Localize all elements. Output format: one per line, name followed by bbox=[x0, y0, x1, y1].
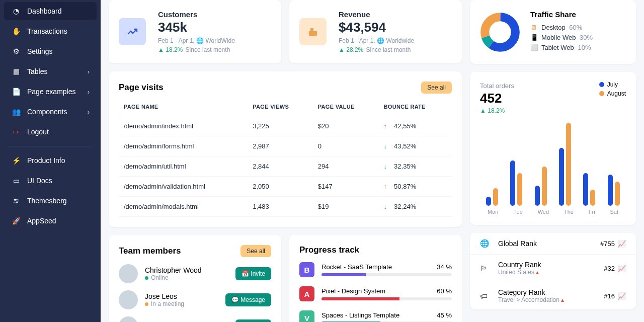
chart-x-labels: MonTueWedThuFriSat bbox=[480, 209, 626, 215]
total-orders-card: Total orders 452 ▲ 18.2% JulyAugust MonT… bbox=[470, 72, 636, 225]
svg-rect-0 bbox=[309, 31, 317, 36]
chevron-right-icon: › bbox=[88, 68, 90, 75]
bar bbox=[542, 167, 547, 206]
bar bbox=[615, 182, 620, 206]
x-label: Thu bbox=[564, 209, 574, 215]
customers-period: Feb 1 - Apr 1, 🌐 WorldWide bbox=[158, 37, 235, 44]
nav-icon: ▦ bbox=[11, 67, 21, 75]
see-all-visits-button[interactable]: See all bbox=[421, 82, 452, 94]
bar bbox=[493, 188, 498, 206]
rank-value: #32 📈 bbox=[604, 265, 626, 272]
project-pct: 34 % bbox=[437, 263, 452, 271]
x-label: Fri bbox=[589, 209, 595, 215]
rank-icon: 🏷 bbox=[480, 292, 490, 300]
progress-item: APixel - Design System60 % bbox=[299, 286, 452, 301]
revenue-value: $43,594 bbox=[339, 20, 414, 35]
customers-value: 345k bbox=[158, 20, 235, 35]
progress-track-card: Progress track BRocket - SaaS Template34… bbox=[289, 235, 462, 322]
sidebar-item-ui-docs[interactable]: ▭UI Docs bbox=[4, 172, 97, 190]
invite-button[interactable]: 📅 Invite bbox=[235, 267, 271, 280]
table-header: BOUNCE RATE bbox=[379, 98, 452, 116]
orders-bar-chart bbox=[480, 120, 626, 206]
chart-legend: JulyAugust bbox=[599, 81, 626, 99]
team-member: Jose LeosIn a meeting💬 Message bbox=[119, 290, 271, 309]
revenue-title: Revenue bbox=[339, 10, 414, 19]
sidebar-item-product-info[interactable]: ⚡Product Info bbox=[4, 151, 97, 170]
team-member: Bonnie Green📅 Invite bbox=[119, 316, 271, 322]
bar-group bbox=[559, 123, 571, 206]
sidebar-item-dashboard[interactable]: ◔Dashboard bbox=[4, 2, 97, 20]
legend-item: August bbox=[599, 90, 626, 97]
revenue-card: Revenue $43,594 Feb 1 - Apr 1, 🌐 Worldwi… bbox=[289, 0, 462, 63]
revenue-period: Feb 1 - Apr 1, 🌐 Worldwide bbox=[339, 37, 414, 44]
rank-row[interactable]: 🏳Country RankUnited States ▴#32 📈 bbox=[470, 255, 636, 282]
traffic-item: 📱Mobile Web 30% bbox=[530, 34, 593, 41]
customers-title: Customers bbox=[158, 10, 235, 19]
sidebar-item-settings[interactable]: ⚙Settings bbox=[4, 42, 97, 60]
nav-icon: ↦ bbox=[11, 128, 21, 136]
nav-label: AppSeed bbox=[27, 217, 90, 225]
team-members-card: Team members See all Christopher WoodOnl… bbox=[109, 235, 281, 322]
table-row[interactable]: /demo/admin/validation.html2,050$147↑50,… bbox=[119, 177, 452, 197]
nav-icon: ▭ bbox=[11, 177, 21, 185]
svg-rect-1 bbox=[310, 28, 313, 31]
see-all-team-button[interactable]: See all bbox=[240, 245, 271, 257]
page-visits-card: Page visits See all PAGE NAMEPAGE VIEWSP… bbox=[109, 71, 462, 227]
table-header: PAGE VALUE bbox=[313, 98, 379, 116]
progress-bar bbox=[321, 273, 452, 276]
table-row[interactable]: /demo/admin/util.html2,844294↓32,35% bbox=[119, 156, 452, 177]
nav-label: Tables bbox=[27, 67, 88, 75]
arrow-up-icon: ↑ bbox=[384, 122, 387, 130]
project-pct: 45 % bbox=[437, 311, 452, 319]
x-label: Wed bbox=[538, 209, 549, 215]
table-row[interactable]: /demo/admin/forms.html2,9870↓43,52% bbox=[119, 136, 452, 156]
main-content: Customers 345k Feb 1 - Apr 1, 🌐 WorldWid… bbox=[101, 0, 644, 322]
rank-row[interactable]: 🌐Global Rank#755 📈 bbox=[470, 233, 636, 255]
nav-label: Transactions bbox=[27, 27, 90, 35]
rank-icon: 🌐 bbox=[480, 239, 490, 248]
device-icon: 🖥 bbox=[530, 24, 538, 31]
team-title: Team members bbox=[119, 246, 181, 256]
rank-icon: 🏳 bbox=[480, 264, 490, 273]
invite-button[interactable]: 📅 Invite bbox=[235, 319, 271, 322]
project-pct: 60 % bbox=[437, 287, 452, 295]
ranks-card: 🌐Global Rank#755 📈🏳Country RankUnited St… bbox=[470, 233, 636, 309]
rank-row[interactable]: 🏷Category RankTravel > Accomodation ▴#16… bbox=[470, 282, 636, 309]
sidebar-item-themesberg[interactable]: ≋Themesberg bbox=[4, 192, 97, 210]
table-row[interactable]: /demo/admin/index.html3,225$20↑42,55% bbox=[119, 116, 452, 136]
sidebar: ◔Dashboard✋Transactions⚙Settings▦Tables›… bbox=[0, 0, 101, 322]
sidebar-item-page-examples[interactable]: 📄Page examples› bbox=[4, 83, 97, 101]
chart-icon: 📈 bbox=[618, 240, 626, 248]
nav-icon: ⚡ bbox=[11, 156, 21, 165]
table-row[interactable]: /demo/admin/modals.html1,483$19↓32,24% bbox=[119, 197, 452, 217]
legend-item: July bbox=[599, 81, 626, 88]
message-button[interactable]: 💬 Message bbox=[225, 293, 271, 306]
device-icon: ⬜ bbox=[530, 44, 538, 51]
svg-rect-2 bbox=[311, 29, 313, 29]
sidebar-item-transactions[interactable]: ✋Transactions bbox=[4, 22, 97, 40]
traffic-share-card: Traffic Share 🖥Desktop 60%📱Mobile Web 30… bbox=[470, 0, 636, 64]
table-header: PAGE VIEWS bbox=[248, 98, 312, 116]
rank-subtitle: Travel > Accomodation ▴ bbox=[498, 296, 564, 303]
bar-group bbox=[608, 175, 620, 206]
project-icon: A bbox=[299, 286, 314, 301]
arrow-down-icon: ↓ bbox=[384, 203, 387, 210]
progress-item: BRocket - SaaS Template34 % bbox=[299, 262, 452, 277]
bar bbox=[583, 173, 588, 206]
page-visits-title: Page visits bbox=[119, 83, 164, 93]
sidebar-item-logout[interactable]: ↦Logout bbox=[4, 123, 97, 141]
nav-label: Themesberg bbox=[27, 197, 90, 205]
chevron-right-icon: › bbox=[88, 108, 90, 116]
traffic-item: ⬜Tablet Web 10% bbox=[530, 44, 593, 51]
bar bbox=[535, 186, 540, 206]
customers-card: Customers 345k Feb 1 - Apr 1, 🌐 WorldWid… bbox=[109, 0, 281, 63]
sidebar-item-components[interactable]: 👥Components› bbox=[4, 103, 97, 121]
avatar bbox=[119, 264, 138, 283]
sidebar-item-appseed[interactable]: 🚀AppSeed bbox=[4, 212, 97, 230]
bar bbox=[608, 175, 613, 206]
bar bbox=[510, 160, 515, 206]
member-status: In a meeting bbox=[145, 300, 184, 307]
sidebar-item-tables[interactable]: ▦Tables› bbox=[4, 62, 97, 80]
progress-title: Progress track bbox=[299, 245, 452, 255]
nav-icon: ≋ bbox=[11, 197, 21, 205]
